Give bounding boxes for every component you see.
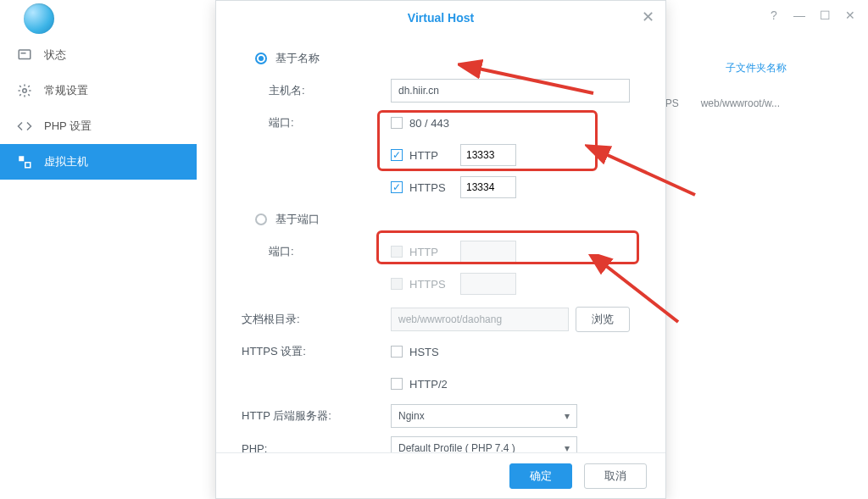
checkbox-https-portbased	[391, 278, 403, 290]
label-https-settings: HTTPS 设置:	[242, 344, 391, 359]
row-port-default: 端口: 80 / 443	[242, 109, 640, 136]
checkbox-https[interactable]: ✓	[391, 181, 403, 193]
sidebar-item-virtualhost[interactable]: 虚拟主机	[0, 144, 197, 180]
svg-rect-4	[25, 163, 31, 168]
label-php: PHP:	[242, 442, 391, 453]
modal-header: Virtual Host ✕	[216, 1, 665, 35]
minimize-button[interactable]: —	[787, 7, 812, 24]
label-http2-opt: HTTP/2	[409, 378, 452, 391]
label-port2: 端口:	[242, 244, 391, 259]
http-port-input[interactable]	[460, 144, 516, 166]
https-port-input-disabled	[460, 273, 516, 295]
close-icon[interactable]: ✕	[638, 8, 657, 26]
sidebar: 状态 常规设置 PHP 设置 虚拟主机	[0, 37, 197, 499]
backend-select-value: Nginx	[398, 410, 425, 422]
sidebar-item-php[interactable]: PHP 设置	[0, 108, 197, 144]
checkbox-hsts[interactable]	[391, 346, 403, 358]
status-icon	[17, 47, 32, 63]
row-https: ✓ HTTPS	[242, 174, 640, 201]
checkbox-http2[interactable]	[391, 378, 403, 390]
radio-by-name-label: 基于名称	[275, 51, 320, 66]
bg-close-button[interactable]: ✕	[837, 7, 863, 24]
label-hsts: HSTS	[409, 346, 452, 358]
checkbox-port-default[interactable]	[391, 117, 403, 129]
sidebar-item-label: 常规设置	[44, 83, 88, 98]
label-http: HTTP	[409, 149, 452, 162]
virtual-host-dialog: Virtual Host ✕ 基于名称 主机名: 端口: 80 / 443 ✓ …	[215, 0, 666, 499]
checkbox-http[interactable]: ✓	[391, 149, 403, 161]
sidebar-item-label: 虚拟主机	[44, 154, 88, 169]
radio-by-port-label: 基于端口	[275, 212, 320, 227]
help-icon[interactable]: ?	[761, 7, 787, 24]
radio-by-name[interactable]	[255, 53, 267, 64]
row-php: PHP: Default Profile ( PHP 7.4 ) ▾	[242, 435, 640, 452]
label-docroot: 文档根目录:	[242, 312, 391, 327]
row-backend: HTTP 后端服务器: Nginx ▾	[242, 402, 640, 430]
row-hsts: HTTPS 设置: HSTS	[242, 338, 640, 365]
label-https: HTTPS	[409, 181, 452, 194]
https-port-input[interactable]	[460, 176, 516, 198]
chevron-down-icon: ▾	[565, 442, 570, 452]
label-https2: HTTPS	[409, 278, 452, 291]
ok-button[interactable]: 确定	[509, 463, 572, 489]
label-port-default: 80 / 443	[409, 117, 452, 130]
code-icon	[17, 119, 32, 134]
row-http: ✓ HTTP	[242, 141, 640, 169]
svg-rect-0	[19, 50, 31, 59]
label-port: 端口:	[242, 115, 391, 130]
sidebar-item-label: 状态	[44, 47, 66, 63]
row-port2-https: HTTPS	[242, 270, 640, 297]
row-radio-name: 基于名称	[242, 45, 640, 72]
bg-cell-path: web/wwwroot/w...	[701, 91, 780, 116]
gear-icon	[17, 83, 32, 98]
docroot-input[interactable]	[391, 308, 569, 331]
svg-rect-1	[21, 53, 26, 54]
row-port2-http: 端口: HTTP	[242, 238, 640, 265]
row-radio-port: 基于端口	[242, 206, 640, 233]
php-select[interactable]: Default Profile ( PHP 7.4 ) ▾	[391, 436, 577, 452]
php-select-value: Default Profile ( PHP 7.4 )	[398, 442, 515, 452]
bg-table-header: 子文件夹名称	[653, 51, 860, 91]
checkbox-http-portbased	[391, 246, 403, 258]
radio-by-port[interactable]	[255, 213, 267, 225]
label-hostname: 主机名:	[242, 83, 391, 98]
row-http2: HTTP/2	[242, 370, 640, 397]
chevron-down-icon: ▾	[565, 410, 570, 422]
row-docroot: 文档根目录: 浏览	[242, 306, 640, 333]
label-http2: HTTP	[409, 246, 452, 258]
sidebar-item-status[interactable]: 状态	[0, 37, 197, 73]
host-icon	[17, 154, 32, 169]
hostname-input[interactable]	[391, 79, 630, 103]
label-backend: HTTP 后端服务器:	[242, 408, 391, 424]
modal-title: Virtual Host	[408, 11, 474, 25]
browse-button[interactable]: 浏览	[576, 307, 630, 332]
modal-footer: 确定 取消	[216, 452, 665, 498]
cancel-button[interactable]: 取消	[584, 463, 647, 489]
modal-body: 基于名称 主机名: 端口: 80 / 443 ✓ HTTP ✓ HTTPS	[216, 35, 665, 452]
maximize-button[interactable]: ☐	[812, 7, 837, 24]
http-port-input-disabled	[460, 241, 516, 263]
app-logo-icon	[24, 3, 54, 34]
svg-point-2	[23, 89, 27, 93]
backend-select[interactable]: Nginx ▾	[391, 404, 577, 428]
svg-rect-3	[19, 156, 24, 161]
row-hostname: 主机名:	[242, 77, 640, 104]
sidebar-item-label: PHP 设置	[44, 119, 92, 134]
sidebar-item-general[interactable]: 常规设置	[0, 73, 197, 108]
bg-table: 子文件夹名称 TTPS web/wwwroot/w...	[653, 51, 860, 116]
